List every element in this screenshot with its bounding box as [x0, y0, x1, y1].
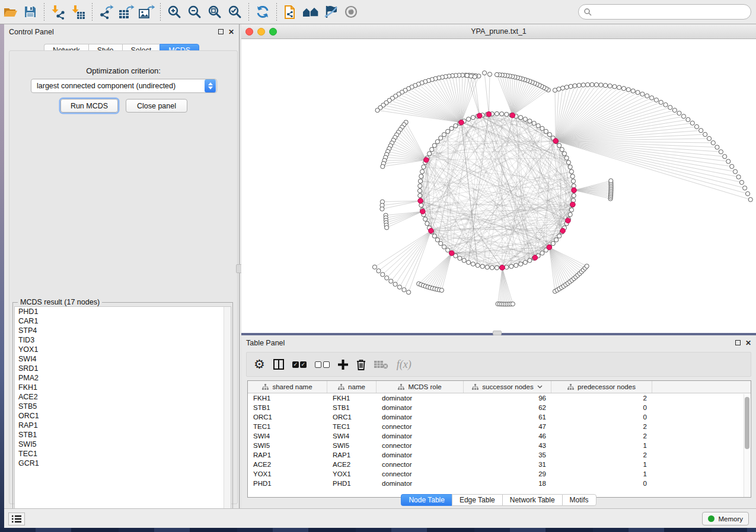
close-panel-icon[interactable]: ✕ [745, 340, 751, 346]
column-header-successor-nodes[interactable]: successor nodes [464, 381, 551, 393]
cell-predecessor_nodes: 0 [551, 414, 652, 421]
add-column-button[interactable] [338, 355, 348, 373]
mcds-result-item[interactable]: RAP1 [15, 421, 231, 430]
column-header-MCDS-role[interactable]: MCDS role [377, 381, 464, 393]
table-row[interactable]: PHD1PHD1dominator180 [248, 479, 751, 488]
float-panel-icon[interactable] [218, 29, 224, 34]
tab-node-table[interactable]: Node Table [401, 494, 452, 506]
zoom-selected-button[interactable] [225, 2, 245, 21]
tab-network-table[interactable]: Network Table [502, 494, 562, 506]
hide-annotations-button[interactable] [321, 2, 341, 21]
network-search-box[interactable] [578, 4, 751, 20]
mcds-result-item[interactable]: GCR1 [15, 459, 231, 468]
mcds-tab-content: Optimization criterion: largest connecte… [9, 50, 238, 504]
show-task-history-button[interactable] [8, 512, 25, 525]
mcds-result-item[interactable]: ACE2 [15, 392, 231, 402]
mcds-result-item[interactable]: TEC1 [15, 449, 231, 459]
show-graphics-details-button[interactable] [341, 2, 361, 21]
float-panel-icon[interactable] [735, 340, 741, 345]
open-file-button[interactable] [0, 2, 20, 21]
run-mcds-button[interactable]: Run MCDS [60, 99, 118, 113]
table-row[interactable]: STB1STB1dominator620 [248, 403, 751, 412]
table-scrollbar[interactable] [744, 394, 750, 497]
cell-name: TEC1 [327, 423, 377, 430]
mcds-result-list[interactable]: PHD1CAR1STP4TID3YOX1SWI4SRD1PMA2FKH1ACE2… [14, 306, 231, 518]
unchecked-box-icon [315, 361, 321, 368]
zoom-out-button[interactable] [184, 2, 205, 21]
table-row[interactable]: YOX1YOX1connector291 [248, 469, 751, 479]
delete-column-button[interactable] [356, 355, 366, 373]
export-image-icon [138, 4, 155, 20]
column-header-predecessor-nodes[interactable]: predecessor nodes [551, 381, 652, 393]
network-window-title: YPA_prune.txt_1 [241, 27, 756, 36]
cell-predecessor_nodes: 1 [551, 461, 652, 468]
mcds-result-item[interactable]: STP4 [15, 326, 231, 335]
search-icon [583, 8, 592, 16]
memory-button[interactable]: Memory [702, 512, 749, 525]
mcds-result-item[interactable]: FKH1 [15, 383, 231, 392]
search-networks-button[interactable] [301, 2, 321, 21]
sitemap-icon [262, 384, 269, 390]
column-label: successor nodes [482, 383, 533, 390]
network-canvas[interactable] [241, 39, 756, 333]
mcds-result-item[interactable]: PMA2 [15, 373, 231, 383]
checked-box-icon: ✓ [292, 361, 299, 368]
show-columns-button[interactable] [273, 355, 284, 373]
mcds-result-item[interactable]: SWI4 [15, 354, 231, 364]
horizontal-splitter-grip[interactable] [493, 331, 502, 335]
search-input[interactable] [592, 6, 751, 18]
table-row[interactable]: SWI5SWI5connector431 [248, 441, 751, 450]
export-network-button[interactable] [96, 2, 116, 21]
import-network-button[interactable] [48, 2, 68, 21]
dropdown-stepper-icon [205, 79, 216, 92]
table-scrollbar-thumb[interactable] [745, 397, 749, 449]
mcds-result-item[interactable]: PHD1 [15, 307, 231, 316]
open-in-web-button[interactable] [280, 2, 301, 21]
cell-predecessor_nodes: 1 [551, 442, 652, 449]
export-table-icon [118, 4, 135, 20]
mcds-result-item[interactable]: CAR1 [15, 316, 231, 326]
column-label: predecessor nodes [578, 383, 636, 390]
table-row[interactable]: ORC1ORC1dominator610 [248, 412, 751, 422]
table-type-tabs: Node TableEdge TableNetwork TableMotifs [241, 494, 756, 506]
mcds-result-item[interactable]: TID3 [15, 335, 231, 345]
zoom-fit-button[interactable] [205, 2, 225, 21]
mcds-result-title: MCDS result (17 nodes) [18, 298, 102, 306]
deselect-all-button[interactable] [315, 355, 330, 373]
table-row[interactable]: SWI4SWI4dominator462 [248, 431, 751, 441]
mcds-result-item[interactable]: ORC1 [15, 411, 231, 421]
cell-predecessor_nodes: 1 [551, 470, 652, 477]
table-settings-button[interactable]: ⚙ [254, 355, 265, 373]
close-panel-button[interactable]: Close panel [126, 99, 187, 113]
refresh-button[interactable] [253, 2, 273, 21]
import-table-button[interactable] [68, 2, 88, 21]
cell-name: YOX1 [327, 470, 377, 477]
mcds-result-item[interactable]: SWI5 [15, 440, 231, 449]
zoom-in-button[interactable] [164, 2, 184, 21]
table-row[interactable]: TEC1TEC1connector472 [248, 422, 751, 431]
optimization-criterion-dropdown[interactable]: largest connected component (undirected) [31, 79, 217, 93]
cell-mcds_role: connector [377, 461, 464, 468]
mcds-list-scrollbar[interactable] [224, 307, 231, 518]
cell-name: RAP1 [327, 451, 377, 459]
mcds-result-item[interactable]: SRD1 [15, 364, 231, 373]
mcds-result-item[interactable]: STB1 [15, 430, 231, 440]
mcds-result-item[interactable]: YOX1 [15, 345, 231, 354]
save-session-button[interactable] [20, 2, 40, 21]
export-network-icon [98, 4, 114, 20]
table-row[interactable]: FKH1FKH1dominator962 [248, 393, 751, 403]
column-header-shared-name[interactable]: shared name [248, 381, 327, 393]
table-row[interactable]: RAP1RAP1dominator352 [248, 450, 751, 460]
column-header-name[interactable]: name [327, 381, 377, 393]
export-image-button[interactable] [136, 2, 157, 21]
column-header-filler [652, 381, 751, 393]
cell-successor_nodes: 31 [464, 461, 551, 468]
table-row[interactable]: ACE2ACE2connector311 [248, 460, 751, 469]
select-all-button[interactable]: ✓ ✓ [292, 355, 307, 373]
tab-edge-table[interactable]: Edge Table [452, 494, 502, 506]
network-window-titlebar: YPA_prune.txt_1 [241, 24, 756, 39]
tab-motifs[interactable]: Motifs [562, 494, 596, 506]
close-panel-icon[interactable]: ✕ [228, 29, 234, 35]
export-table-button[interactable] [116, 2, 136, 21]
mcds-result-item[interactable]: STB5 [15, 402, 231, 411]
